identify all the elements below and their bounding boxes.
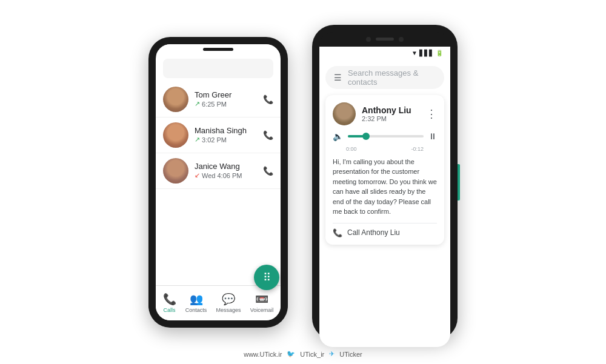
nav-messages[interactable]: 💬 Messages bbox=[216, 293, 241, 313]
call-icon-manisha[interactable]: 📞 bbox=[263, 130, 273, 140]
call-back-button[interactable]: 📞 Call Anthony Liu bbox=[333, 228, 437, 237]
pause-icon[interactable]: ⏸ bbox=[428, 131, 437, 141]
scene: Tom Greer ↗ 6:25 PM 📞 Manisha Singh bbox=[0, 0, 606, 364]
contact-info-manisha: Manisha Singh ↗ 3:02 PM bbox=[195, 126, 263, 144]
voicemail-card: Anthony Liu 2:32 PM ⋮ 🔈 ⏸ bbox=[325, 95, 444, 245]
watermark-telegram: UTicker bbox=[339, 351, 362, 358]
avatar-tom bbox=[163, 87, 188, 112]
contact-time-janice: ↙ Wed 4:06 PM bbox=[195, 171, 263, 179]
voicemail-transcript: Hi, I'm calling you about the presentati… bbox=[333, 157, 437, 217]
contact-item-tom[interactable]: Tom Greer ↗ 6:25 PM 📞 bbox=[156, 82, 281, 117]
twitter-icon: 🐦 bbox=[287, 350, 295, 358]
camera-dot-2 bbox=[399, 37, 404, 42]
outgoing-arrow-tom: ↗ bbox=[195, 100, 200, 108]
contact-name-tom: Tom Greer bbox=[195, 90, 263, 99]
voicemail-time: 2:32 PM bbox=[362, 115, 420, 122]
phone-top-area bbox=[156, 44, 281, 55]
call-back-icon: 📞 bbox=[333, 228, 342, 237]
messages-icon: 💬 bbox=[222, 293, 235, 306]
wifi-icon: ▼ bbox=[411, 50, 418, 56]
phone-calls: Tom Greer ↗ 6:25 PM 📞 Manisha Singh bbox=[148, 37, 288, 328]
contact-list: Tom Greer ↗ 6:25 PM 📞 Manisha Singh bbox=[156, 82, 281, 285]
outgoing-arrow-manisha: ↗ bbox=[195, 136, 200, 144]
contact-info-tom: Tom Greer ↗ 6:25 PM bbox=[195, 90, 263, 108]
watermark-twitter: UTick_ir bbox=[300, 351, 324, 358]
voicemail-info: Anthony Liu 2:32 PM bbox=[362, 105, 420, 122]
search-bar-voicemail[interactable]: ☰ Search messages & contacts bbox=[325, 66, 444, 89]
voicemail-contact-name: Anthony Liu bbox=[362, 105, 420, 115]
phone-voicemail: ▼ ▋▋▋ 🔋 ☰ Search messages & contacts Ant… bbox=[312, 25, 458, 340]
time-remaining: -0:12 bbox=[411, 146, 424, 152]
nav-voicemail[interactable]: 📼 Voicemail bbox=[250, 293, 274, 313]
search-placeholder: Search messages & contacts bbox=[348, 68, 436, 87]
battery-icon: 🔋 bbox=[436, 50, 443, 56]
signal-icon: ▋▋▋ bbox=[419, 50, 434, 56]
telegram-icon: ✈ bbox=[329, 350, 335, 358]
call-icon-tom[interactable]: 📞 bbox=[263, 94, 273, 104]
phone-speaker bbox=[203, 48, 233, 51]
contact-time-manisha: ↗ 3:02 PM bbox=[195, 136, 263, 144]
status-icons: ▼ ▋▋▋ 🔋 bbox=[411, 50, 443, 56]
avatar-janice bbox=[163, 158, 188, 184]
speaker-icon[interactable]: 🔈 bbox=[333, 131, 343, 141]
progress-dot bbox=[362, 133, 370, 140]
contact-item-janice[interactable]: Janice Wang ↙ Wed 4:06 PM 📞 bbox=[156, 153, 281, 189]
contact-info-janice: Janice Wang ↙ Wed 4:06 PM bbox=[195, 162, 263, 179]
avatar-anthony bbox=[333, 102, 356, 125]
nav-contacts[interactable]: 👥 Contacts bbox=[185, 293, 207, 313]
progress-fill bbox=[348, 135, 367, 137]
dialpad-fab[interactable]: ⠿ bbox=[254, 265, 279, 290]
watermark-site: www.UTick.ir bbox=[244, 351, 282, 358]
contact-time-tom: ↗ 6:25 PM bbox=[195, 100, 263, 108]
search-bar-calls[interactable] bbox=[163, 59, 273, 78]
phone2-camera-bar bbox=[319, 32, 450, 47]
more-options-button[interactable]: ⋮ bbox=[426, 107, 437, 121]
camera-dot bbox=[366, 37, 371, 42]
voicemail-header: Anthony Liu 2:32 PM ⋮ bbox=[333, 102, 437, 125]
time-current: 0:00 bbox=[346, 146, 357, 152]
call-icon-janice[interactable]: 📞 bbox=[263, 166, 273, 176]
status-bar: ▼ ▋▋▋ 🔋 bbox=[319, 47, 450, 60]
watermark: www.UTick.ir 🐦 UTick_ir ✈ UTicker bbox=[0, 350, 606, 358]
phone-calls-screen: Tom Greer ↗ 6:25 PM 📞 Manisha Singh bbox=[156, 44, 281, 320]
calls-icon: 📞 bbox=[163, 293, 176, 306]
progress-bar[interactable] bbox=[348, 135, 424, 137]
phone-voicemail-screen: ▼ ▋▋▋ 🔋 ☰ Search messages & contacts Ant… bbox=[319, 47, 450, 347]
contacts-icon: 👥 bbox=[190, 293, 203, 306]
divider bbox=[333, 223, 437, 223]
bottom-nav: 📞 Calls 👥 Contacts 💬 Messages 📼 Voicemai… bbox=[156, 285, 281, 320]
call-back-label: Call Anthony Liu bbox=[347, 228, 400, 237]
nav-calls[interactable]: 📞 Calls bbox=[163, 293, 176, 313]
hamburger-icon[interactable]: ☰ bbox=[334, 73, 342, 82]
search-header: ☰ Search messages & contacts bbox=[319, 60, 450, 95]
contact-name-manisha: Manisha Singh bbox=[195, 126, 263, 135]
avatar-manisha bbox=[163, 122, 188, 148]
contact-name-janice: Janice Wang bbox=[195, 162, 263, 171]
contact-item-manisha[interactable]: Manisha Singh ↗ 3:02 PM 📞 bbox=[156, 117, 281, 153]
audio-player: 🔈 ⏸ bbox=[333, 131, 437, 141]
phone-speaker-2 bbox=[376, 38, 394, 41]
voicemail-icon: 📼 bbox=[255, 293, 268, 306]
missed-arrow-janice: ↙ bbox=[195, 171, 200, 179]
time-labels: 0:00 -0:12 bbox=[333, 146, 437, 152]
